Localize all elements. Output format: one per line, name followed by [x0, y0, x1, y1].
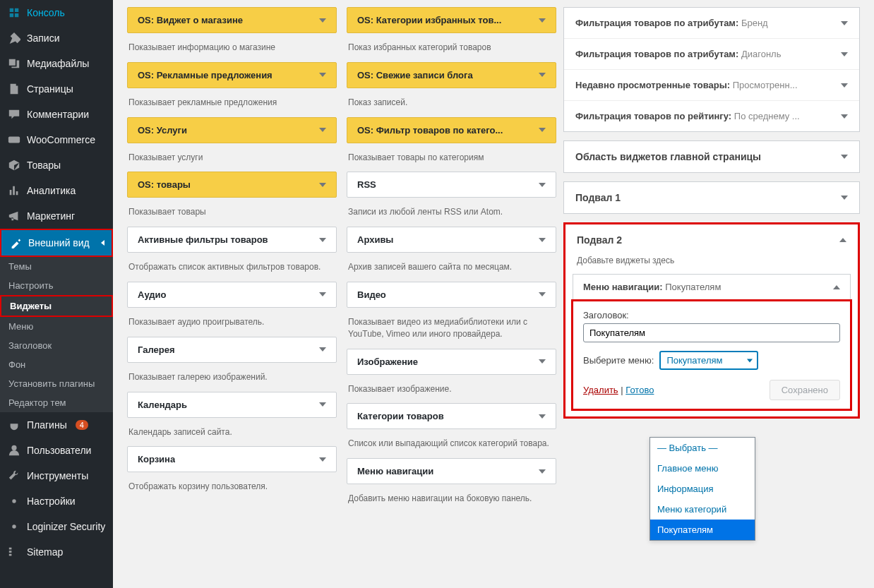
available-widget[interactable]: Корзина: [127, 446, 337, 472]
sidebar-filters-area: Фильтрация товаров по атрибутам: БрендФи…: [563, 7, 860, 132]
woo-icon: [7, 133, 21, 147]
submenu-item[interactable]: Настроить: [0, 276, 113, 295]
done-link[interactable]: Готово: [625, 385, 654, 395]
submenu-item[interactable]: Виджеты: [0, 295, 113, 317]
widget-title: Аудио: [138, 289, 166, 300]
widget-description: Показывает услуги: [127, 152, 337, 164]
widget-description: Показывает аудио проигрыватель.: [127, 316, 337, 328]
area-title: Подвал 1: [575, 192, 621, 203]
widget-header[interactable]: Меню навигации: Покупателям: [573, 275, 850, 299]
security-icon: [7, 520, 21, 534]
widget-title: RSS: [357, 179, 376, 190]
available-widget[interactable]: OS: товары: [127, 172, 337, 198]
menu-item-marketing[interactable]: Маркетинг: [0, 203, 113, 229]
appearance-icon: [8, 236, 23, 250]
menu-item-comment[interactable]: Комментарии: [0, 102, 113, 127]
available-widget[interactable]: OS: Категории избранных тов...: [347, 7, 556, 33]
widget-description: Список или выпадающий список категорий т…: [347, 438, 556, 450]
media-icon: [7, 56, 21, 71]
widget-title: Галерея: [138, 344, 175, 355]
menu-item-tools[interactable]: Инструменты: [0, 463, 113, 488]
menu-item-media[interactable]: Медиафайлы: [0, 51, 113, 76]
available-widget[interactable]: OS: Фильтр товаров по катего...: [347, 117, 556, 143]
menu-item-analytics[interactable]: Аналитика: [0, 178, 113, 203]
dropdown-option[interactable]: Покупателям: [650, 520, 755, 540]
chevron-down-icon: [319, 238, 326, 242]
menu-item-plugins[interactable]: Плагины4: [0, 412, 113, 438]
available-widget[interactable]: OS: Рекламные предложения: [127, 62, 337, 88]
menu-item-dashboard[interactable]: Консоль: [0, 0, 113, 25]
footer2-header[interactable]: Подвал 2: [565, 224, 858, 256]
menu-label: Настройки: [27, 496, 76, 507]
widget-form: Заголовок: Выберите меню: Покупателям Уд: [571, 299, 852, 411]
widget-title: OS: Свежие записи блога: [357, 70, 473, 80]
select-menu-dropdown[interactable]: Покупателям: [659, 351, 758, 370]
menu-item-woo[interactable]: WooCommerce: [0, 127, 113, 152]
menu-item-pin[interactable]: Записи: [0, 25, 113, 51]
menu-item-settings[interactable]: Настройки: [0, 488, 113, 514]
comment-icon: [7, 107, 21, 121]
svg-point-3: [12, 524, 16, 528]
available-widget[interactable]: Аудио: [127, 282, 337, 308]
placed-widget[interactable]: Фильтрация товаров по атрибутам: Диагонл…: [564, 39, 859, 70]
submenu-item[interactable]: Установить плагины: [0, 374, 113, 393]
submenu-item[interactable]: Фон: [0, 355, 113, 374]
available-widget[interactable]: Видео: [347, 282, 556, 308]
widget-description: Показ записей.: [347, 97, 556, 109]
widget-title: OS: Рекламные предложения: [138, 70, 273, 80]
chevron-up-icon: [839, 238, 846, 242]
placed-widget[interactable]: Фильтрация товаров по атрибутам: Бренд: [564, 8, 859, 39]
widget-value: Покупателям: [665, 282, 721, 292]
widget-title: OS: Фильтр товаров по катего...: [357, 125, 503, 136]
menu-item-users[interactable]: Пользователи: [0, 438, 113, 463]
menu-item-sitemap[interactable]: Sitemap: [0, 539, 113, 565]
menu-item-appearance[interactable]: Внешний вид: [0, 229, 113, 257]
menu-label: Пользователи: [27, 445, 91, 456]
submenu-item[interactable]: Меню: [0, 317, 113, 336]
delete-link[interactable]: Удалить: [583, 385, 618, 395]
chevron-down-icon: [747, 359, 753, 362]
menu-item-security[interactable]: Loginizer Security: [0, 514, 113, 539]
widget-title: Корзина: [138, 454, 175, 464]
dropdown-option[interactable]: Главное меню: [650, 458, 755, 479]
svg-point-1: [11, 445, 16, 450]
available-widget[interactable]: Галерея: [127, 337, 337, 363]
submenu-item[interactable]: Темы: [0, 257, 113, 276]
menu-label: Плагины: [27, 419, 67, 431]
available-widget[interactable]: Архивы: [347, 227, 556, 253]
dropdown-option[interactable]: Информация: [650, 479, 755, 499]
footer1-area[interactable]: Подвал 1: [563, 181, 860, 214]
chevron-down-icon: [539, 414, 546, 419]
chevron-down-icon: [319, 73, 326, 77]
settings-icon: [7, 494, 21, 508]
available-widget[interactable]: Изображение: [347, 349, 556, 375]
available-widget[interactable]: OS: Виджет о магазине: [127, 7, 337, 33]
available-widget[interactable]: Активные фильтры товаров: [127, 227, 337, 253]
admin-sidebar: КонсольЗаписиМедиафайлыСтраницыКомментар…: [0, 0, 113, 588]
title-input[interactable]: [583, 323, 840, 342]
available-widget[interactable]: OS: Свежие записи блога: [347, 62, 556, 88]
widget-title: Изображение: [357, 356, 418, 367]
available-widget[interactable]: RSS: [347, 172, 556, 198]
widget-description: Показывает рекламные предложения: [127, 97, 337, 109]
chevron-down-icon: [539, 469, 546, 474]
available-widget[interactable]: Категории товаров: [347, 403, 556, 429]
menu-item-product[interactable]: Товары: [0, 152, 113, 178]
dropdown-option[interactable]: Меню категорий: [650, 499, 755, 520]
available-widget[interactable]: Меню навигации: [347, 458, 556, 484]
placed-widget[interactable]: Недавно просмотренные товары: Просмотрен…: [564, 70, 859, 101]
available-widget[interactable]: Календарь: [127, 392, 337, 418]
menu-item-pages[interactable]: Страницы: [0, 76, 113, 102]
submenu-item[interactable]: Заголовок: [0, 336, 113, 355]
placed-widget[interactable]: Фильтрация товаров по рейтингу: По средн…: [564, 101, 859, 131]
widget-title: Категории товаров: [357, 411, 444, 421]
chevron-down-icon: [841, 155, 848, 159]
chevron-down-icon: [539, 18, 546, 23]
marketing-icon: [7, 209, 21, 223]
dropdown-option[interactable]: — Выбрать —: [650, 438, 755, 458]
available-widget[interactable]: OS: Услуги: [127, 117, 337, 143]
main-page-widgets-area[interactable]: Область виджетов главной страницы: [563, 140, 860, 173]
submenu-item[interactable]: Редактор тем: [0, 393, 113, 412]
analytics-icon: [7, 184, 21, 198]
widget-description: Показывает товары: [127, 206, 337, 218]
